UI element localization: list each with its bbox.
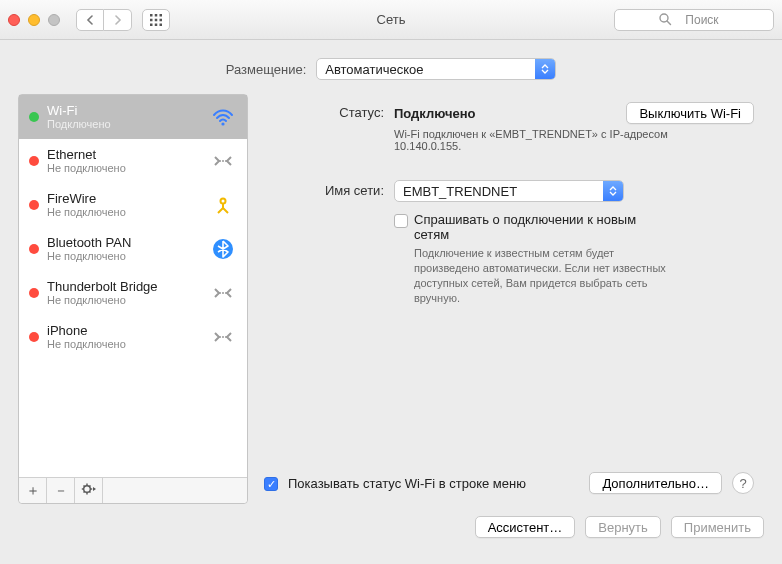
- svg-rect-4: [155, 18, 158, 21]
- location-value: Автоматическое: [325, 62, 423, 77]
- back-button[interactable]: [76, 9, 104, 31]
- svg-point-13: [222, 160, 224, 162]
- nav-buttons: [76, 9, 132, 31]
- firewire-icon: [209, 195, 237, 215]
- main-content: Wi-Fi Подключено Ethernet Не подключено: [0, 94, 782, 504]
- gear-icon: [81, 482, 97, 499]
- forward-button[interactable]: [104, 9, 132, 31]
- svg-rect-3: [150, 18, 153, 21]
- detail-pane: Статус: Подключено Выключить Wi-Fi Wi-Fi…: [264, 94, 764, 504]
- ask-to-join-label: Спрашивать о подключении к новым сетям: [414, 212, 674, 242]
- add-interface-button[interactable]: ＋: [19, 478, 47, 503]
- status-detail-text: Wi-Fi подключен к «EMBT_TRENDNET» с IP-а…: [394, 128, 694, 152]
- svg-line-17: [218, 208, 223, 213]
- svg-point-11: [221, 122, 224, 125]
- sidebar-toolbar: ＋ －: [19, 477, 247, 503]
- sidebar-item-name: Bluetooth PAN: [47, 235, 209, 250]
- sidebar-item-sub: Не подключено: [47, 206, 209, 218]
- interface-actions-button[interactable]: [75, 478, 103, 503]
- turn-off-wifi-button[interactable]: Выключить Wi-Fi: [626, 102, 754, 124]
- status-dot: [29, 200, 39, 210]
- chevron-updown-icon: [603, 181, 623, 201]
- sidebar-item-name: FireWire: [47, 191, 209, 206]
- svg-point-23: [219, 336, 221, 338]
- svg-point-21: [222, 292, 224, 294]
- sidebar-item-name: Ethernet: [47, 147, 209, 162]
- sidebar-item-bluetooth[interactable]: Bluetooth PAN Не подключено: [19, 227, 247, 271]
- sidebar-item-thunderbolt[interactable]: Thunderbolt Bridge Не подключено: [19, 271, 247, 315]
- window-controls: [8, 14, 60, 26]
- location-label: Размещение:: [226, 62, 307, 77]
- assist-button[interactable]: Ассистент…: [475, 516, 576, 538]
- interface-list: Wi-Fi Подключено Ethernet Не подключено: [19, 95, 247, 477]
- status-value: Подключено: [394, 106, 475, 121]
- status-dot: [29, 112, 39, 122]
- svg-point-14: [225, 160, 227, 162]
- window-footer: Ассистент… Вернуть Применить: [0, 504, 782, 552]
- advanced-button[interactable]: Дополнительно…: [589, 472, 722, 494]
- status-label: Статус:: [264, 102, 394, 120]
- search-wrap: [614, 9, 774, 31]
- sidebar-item-sub: Не подключено: [47, 294, 209, 306]
- svg-line-33: [83, 491, 84, 492]
- wifi-icon: [209, 107, 237, 127]
- show-all-button[interactable]: [142, 9, 170, 31]
- network-name-row: Имя сети: EMBT_TRENDNET: [264, 180, 754, 202]
- apply-button[interactable]: Применить: [671, 516, 764, 538]
- svg-rect-1: [155, 14, 158, 17]
- svg-point-20: [219, 292, 221, 294]
- svg-point-15: [221, 198, 226, 203]
- sidebar-item-name: iPhone: [47, 323, 209, 338]
- interface-sidebar: Wi-Fi Подключено Ethernet Не подключено: [18, 94, 248, 504]
- sidebar-item-name: Thunderbolt Bridge: [47, 279, 209, 294]
- svg-line-34: [89, 486, 90, 487]
- status-dot: [29, 156, 39, 166]
- help-button[interactable]: ?: [732, 472, 754, 494]
- ask-to-join-checkbox[interactable]: [394, 214, 408, 228]
- network-name-value: EMBT_TRENDNET: [403, 184, 517, 199]
- zoom-window-button[interactable]: [48, 14, 60, 26]
- bluetooth-icon: [209, 238, 237, 260]
- chevron-updown-icon: [535, 59, 555, 79]
- sidebar-item-firewire[interactable]: FireWire Не подключено: [19, 183, 247, 227]
- svg-rect-7: [155, 23, 158, 26]
- svg-point-24: [222, 336, 224, 338]
- network-name-label: Имя сети:: [264, 180, 394, 198]
- svg-point-26: [83, 486, 90, 493]
- svg-point-12: [219, 160, 221, 162]
- status-dot: [29, 244, 39, 254]
- ethernet-icon: [209, 151, 237, 171]
- iphone-icon: [209, 327, 237, 347]
- location-row: Размещение: Автоматическое: [0, 40, 782, 94]
- remove-interface-button[interactable]: －: [47, 478, 75, 503]
- svg-rect-0: [150, 14, 153, 17]
- svg-line-31: [83, 486, 84, 487]
- sidebar-item-sub: Не подключено: [47, 338, 209, 350]
- sidebar-item-sub: Подключено: [47, 118, 209, 130]
- sidebar-item-ethernet[interactable]: Ethernet Не подключено: [19, 139, 247, 183]
- titlebar: Сеть: [0, 0, 782, 40]
- sidebar-item-wifi[interactable]: Wi-Fi Подключено: [19, 95, 247, 139]
- sidebar-item-iphone[interactable]: iPhone Не подключено: [19, 315, 247, 359]
- sidebar-item-name: Wi-Fi: [47, 103, 209, 118]
- ask-to-join-row: Спрашивать о подключении к новым сетям П…: [264, 212, 754, 305]
- svg-point-25: [225, 336, 227, 338]
- sidebar-item-sub: Не подключено: [47, 162, 209, 174]
- svg-rect-2: [160, 14, 163, 17]
- status-row: Статус: Подключено Выключить Wi-Fi Wi-Fi…: [264, 102, 754, 152]
- search-input[interactable]: [614, 9, 774, 31]
- svg-rect-8: [160, 23, 163, 26]
- network-name-select[interactable]: EMBT_TRENDNET: [394, 180, 624, 202]
- close-window-button[interactable]: [8, 14, 20, 26]
- sidebar-item-sub: Не подключено: [47, 250, 209, 262]
- grid-icon: [149, 13, 163, 27]
- minimize-window-button[interactable]: [28, 14, 40, 26]
- thunderbolt-icon: [209, 283, 237, 303]
- status-dot: [29, 288, 39, 298]
- status-dot: [29, 332, 39, 342]
- svg-rect-6: [150, 23, 153, 26]
- location-select[interactable]: Автоматическое: [316, 58, 556, 80]
- revert-button[interactable]: Вернуть: [585, 516, 661, 538]
- svg-line-32: [89, 491, 90, 492]
- show-status-checkbox[interactable]: ✓: [264, 477, 278, 491]
